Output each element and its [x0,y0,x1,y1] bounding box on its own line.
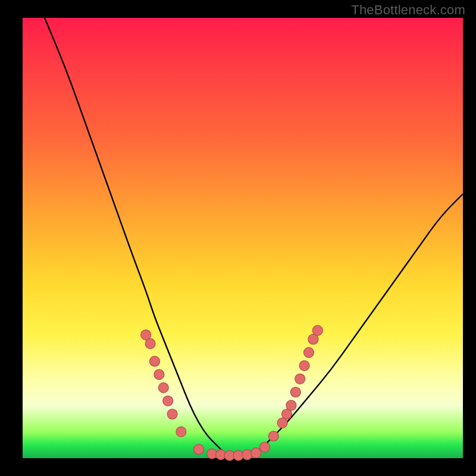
data-marker [242,450,252,460]
data-marker [167,409,177,419]
data-marker [299,361,309,371]
data-marker [145,339,155,349]
data-marker [154,369,164,380]
bottleneck-curve [45,18,463,456]
marker-group [141,325,323,461]
data-marker [150,356,160,367]
data-marker [251,448,261,458]
data-marker [260,442,270,452]
data-marker [158,383,168,393]
data-marker [286,400,296,411]
data-marker [295,374,305,384]
chart-frame: TheBottleneck.com [0,0,476,476]
data-marker [163,396,173,406]
data-marker [304,347,314,358]
curve-svg [23,18,463,458]
watermark-text: TheBottleneck.com [351,2,465,18]
data-marker [290,387,300,397]
plot-area [23,18,463,458]
data-marker [194,444,204,455]
data-marker [268,431,278,441]
data-marker [312,325,322,336]
data-marker [176,427,186,437]
